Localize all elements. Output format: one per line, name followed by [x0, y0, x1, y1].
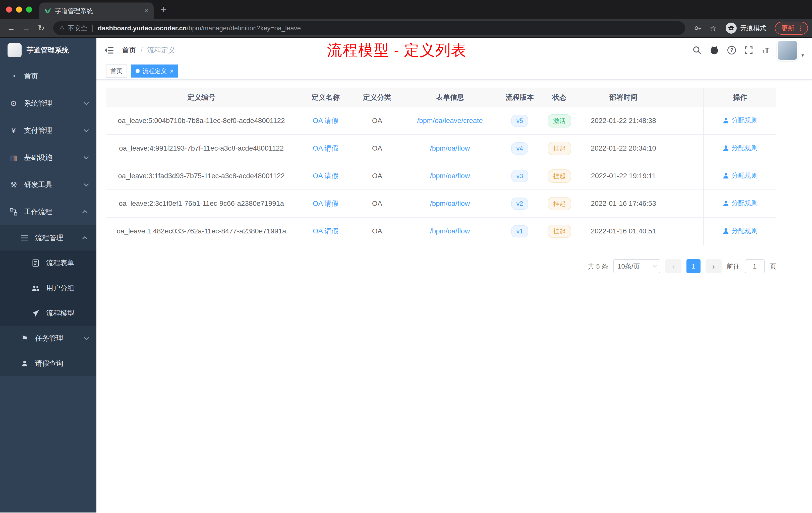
- window-close-button[interactable]: [6, 6, 12, 12]
- definition-name-link[interactable]: OA 请假: [313, 144, 339, 152]
- chevron-down-icon: [84, 335, 89, 340]
- breadcrumb-home[interactable]: 首页: [122, 46, 136, 55]
- screen: 芋道管理系统 × + ← → ↻ ⚠ 不安全 dashboard.yudao.i…: [0, 0, 812, 513]
- sidebar-item-user-group[interactable]: 用户分组: [0, 276, 96, 301]
- cell-id: oa_leave:4:991f2193-7b7f-11ec-a3c8-acde4…: [106, 134, 297, 162]
- sidebar-item-workflow[interactable]: 工作流程: [0, 198, 96, 225]
- avatar[interactable]: [778, 41, 797, 60]
- key-icon[interactable]: [690, 24, 705, 32]
- bookmark-star-icon[interactable]: ☆: [706, 24, 720, 33]
- github-icon[interactable]: [710, 46, 719, 55]
- definition-name-link[interactable]: OA 请假: [313, 117, 339, 124]
- col-status: 状态: [539, 88, 580, 107]
- tag-home[interactable]: 首页: [106, 64, 127, 78]
- collapse-sidebar-icon[interactable]: [105, 46, 114, 55]
- chevron-down-icon: [84, 127, 89, 132]
- definition-name-link[interactable]: OA 请假: [313, 172, 339, 180]
- cell-category: OA: [354, 107, 400, 134]
- assign-rule-button[interactable]: 分配规则: [723, 144, 758, 152]
- page-number-button[interactable]: 1: [687, 259, 700, 273]
- window-controls: [0, 0, 39, 19]
- page-size-select[interactable]: 10条/页: [613, 259, 660, 273]
- sidebar-item-infrastructure[interactable]: ▦ 基础设施: [0, 144, 96, 171]
- tag-process-definition[interactable]: 流程定义 ×: [131, 64, 178, 78]
- table-row: oa_leave:4:991f2193-7b7f-11ec-a3c8-acde4…: [106, 134, 776, 162]
- url-text: dashboard.yudao.iocoder.cn/bpm/manager/d…: [98, 24, 301, 32]
- app-title: 芋道管理系统: [27, 46, 69, 55]
- warning-icon: ⚠: [59, 25, 65, 32]
- window-minimize-button[interactable]: [16, 6, 22, 12]
- col-definition-name: 定义名称: [297, 88, 354, 107]
- reload-button[interactable]: ↻: [34, 23, 48, 33]
- form-link[interactable]: /bpm/oa/flow: [430, 144, 470, 152]
- main-area: 首页 / 流程定义 流程模型 - 定义列表 ? TT: [96, 38, 812, 513]
- assign-rule-button[interactable]: 分配规则: [723, 116, 758, 125]
- form-icon: [31, 259, 40, 267]
- goto-page-input[interactable]: [745, 259, 765, 273]
- prev-page-button[interactable]: ‹: [665, 259, 682, 273]
- cell-id: oa_leave:5:004b710b-7b8a-11ec-8ef0-acde4…: [106, 107, 297, 134]
- sidebar-item-payment[interactable]: ¥ 支付管理: [0, 117, 96, 144]
- sidebar-item-process-model[interactable]: 流程模型: [0, 301, 96, 326]
- definition-name-link[interactable]: OA 请假: [313, 200, 339, 207]
- definition-name-link[interactable]: OA 请假: [313, 227, 339, 235]
- sidebar-item-task-management[interactable]: ⚑ 任务管理: [0, 326, 96, 351]
- page-unit-label: 页: [770, 262, 776, 271]
- tag-close-icon[interactable]: ×: [170, 68, 174, 74]
- active-dot: [136, 69, 140, 73]
- omnibox-divider: [92, 25, 93, 32]
- sidebar-item-home[interactable]: ◔ 首页: [0, 63, 96, 90]
- dashboard-icon: ◔: [9, 72, 18, 81]
- sidebar-item-system[interactable]: ⚙ 系统管理: [0, 90, 96, 117]
- window-zoom-button[interactable]: [26, 6, 32, 12]
- question-icon[interactable]: ?: [727, 46, 736, 55]
- page-size-value: 10条/页: [618, 262, 640, 271]
- font-size-icon[interactable]: TT: [761, 46, 769, 55]
- update-button[interactable]: 更新 ⋮: [775, 22, 808, 35]
- sidebar-item-process-form[interactable]: 流程表单: [0, 250, 96, 276]
- search-icon[interactable]: [693, 46, 701, 55]
- tools-icon: ⚒: [9, 180, 18, 189]
- sidebar-item-leave-query[interactable]: 请假查询: [0, 351, 96, 376]
- address-bar[interactable]: ⚠ 不安全 dashboard.yudao.iocoder.cn/bpm/man…: [53, 21, 685, 35]
- form-link[interactable]: /bpm/oa/flow: [430, 172, 470, 180]
- browser-menu-icon[interactable]: ⋮: [797, 24, 804, 32]
- col-form-info: 表单信息: [400, 88, 500, 107]
- definition-table: 定义编号 定义名称 定义分类 表单信息 流程版本 状态 部署时间 操作: [106, 88, 776, 245]
- browser-tab[interactable]: 芋道管理系统 ×: [39, 2, 154, 19]
- table-row: oa_leave:5:004b710b-7b8a-11ec-8ef0-acde4…: [106, 107, 776, 134]
- url-domain: dashboard.yudao.iocoder.cn: [98, 24, 187, 32]
- user-group-icon: [31, 285, 40, 292]
- cell-deploy-time: 2022-01-22 20:34:10: [580, 134, 667, 162]
- back-button[interactable]: ←: [4, 24, 18, 33]
- sidebar: 芋道管理系统 ◔ 首页 ⚙ 系统管理 ¥ 支付管理 ▦ 基础设施: [0, 38, 96, 513]
- new-tab-button[interactable]: +: [154, 4, 173, 15]
- sidebar-item-process-management[interactable]: 流程管理: [0, 225, 96, 250]
- version-badge: v3: [511, 170, 528, 182]
- table-row: oa_leave:3:1fad3d93-7b75-11ec-a3c8-acde4…: [106, 162, 776, 190]
- process-manage-icon: [20, 234, 29, 241]
- form-link[interactable]: /bpm/oa/flow: [430, 200, 470, 207]
- cell-deploy-time: 2022-01-16 01:40:51: [580, 217, 667, 245]
- assign-rule-button[interactable]: 分配规则: [723, 227, 758, 235]
- sidebar-item-devtools[interactable]: ⚒ 研发工具: [0, 171, 96, 198]
- form-link[interactable]: /bpm/oa/leave/create: [417, 117, 483, 124]
- chevron-up-icon: [82, 210, 87, 215]
- app-frame: 芋道管理系统 ◔ 首页 ⚙ 系统管理 ¥ 支付管理 ▦ 基础设施: [0, 38, 812, 513]
- sidebar-item-label: 基础设施: [24, 153, 52, 162]
- infrastructure-icon: ▦: [9, 153, 18, 162]
- col-operations: 操作: [703, 88, 776, 107]
- assign-rule-button[interactable]: 分配规则: [723, 199, 758, 208]
- forward-button[interactable]: →: [19, 24, 33, 33]
- fullscreen-icon[interactable]: [745, 46, 753, 55]
- status-badge: 挂起: [548, 224, 571, 238]
- form-link[interactable]: /bpm/oa/flow: [430, 227, 470, 235]
- avatar-caret-icon[interactable]: ▾: [802, 52, 804, 58]
- sidebar-item-label: 支付管理: [24, 126, 52, 135]
- assign-rule-button[interactable]: 分配规则: [723, 171, 758, 180]
- tab-close-icon[interactable]: ×: [144, 6, 149, 15]
- next-page-button[interactable]: ›: [705, 259, 722, 273]
- breadcrumb-separator: /: [141, 46, 143, 54]
- total-count: 共 5 条: [588, 262, 608, 271]
- sidebar-item-label: 工作流程: [24, 207, 52, 217]
